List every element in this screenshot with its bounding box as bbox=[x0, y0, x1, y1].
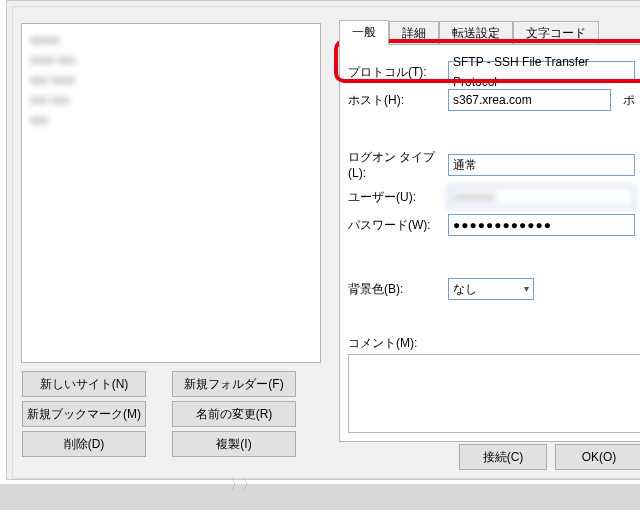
chevron-down-icon: ▾ bbox=[524, 279, 529, 299]
comment-textarea[interactable] bbox=[348, 354, 640, 433]
connect-button[interactable]: 接続(C) bbox=[459, 444, 547, 470]
protocol-row: プロトコル(T): SFTP - SSH File Transfer Proto… bbox=[348, 61, 635, 83]
password-label: パスワード(W): bbox=[348, 217, 442, 234]
user-label: ユーザー(U): bbox=[348, 189, 442, 206]
tab-transfer[interactable]: 転送設定 bbox=[439, 21, 513, 45]
tab-general[interactable]: 一般 bbox=[339, 20, 389, 45]
host-row: ホスト(H): s367.xrea.com ポ bbox=[348, 89, 635, 111]
user-row: ユーザー(U): xxxxxxx bbox=[348, 186, 635, 208]
dialog-bottom-bar: 接続(C) OK(O) bbox=[458, 442, 640, 472]
delete-button[interactable]: 削除(D) bbox=[22, 431, 146, 457]
port-label: ポ bbox=[623, 92, 635, 109]
protocol-select[interactable]: SFTP - SSH File Transfer Protocol bbox=[448, 61, 635, 83]
tab-general-body: プロトコル(T): SFTP - SSH File Transfer Proto… bbox=[339, 44, 640, 442]
password-row: パスワード(W): ●●●●●●●●●●●● bbox=[348, 214, 635, 236]
tab-charset[interactable]: 文字コード bbox=[513, 21, 599, 45]
dialog-window: xxxxxxxxx xxxxxx xxxxxxx xxxxxx 新しいサイト(N… bbox=[6, 0, 640, 480]
logon-type-label: ログオン タイプ(L): bbox=[348, 149, 442, 180]
logon-type-row: ログオン タイプ(L): 通常 bbox=[348, 149, 635, 180]
bgcolor-value: なし bbox=[453, 279, 477, 299]
password-input[interactable]: ●●●●●●●●●●●● bbox=[448, 214, 635, 236]
tab-strip: 一般 詳細 転送設定 文字コード bbox=[339, 21, 640, 45]
comment-label: コメント(M): bbox=[348, 335, 640, 352]
spacer bbox=[348, 242, 635, 272]
resize-grip-icon[interactable]: 〉〉 bbox=[230, 476, 244, 490]
duplicate-button[interactable]: 複製(I) bbox=[172, 431, 296, 457]
protocol-label: プロトコル(T): bbox=[348, 64, 442, 81]
site-list-items: xxxxxxxxx xxxxxx xxxxxxx xxxxxx bbox=[22, 24, 320, 136]
ok-button[interactable]: OK(O) bbox=[555, 444, 640, 470]
logon-type-select[interactable]: 通常 bbox=[448, 154, 635, 176]
user-input[interactable]: xxxxxxx bbox=[448, 186, 635, 208]
bgcolor-select[interactable]: なし ▾ bbox=[448, 278, 534, 300]
host-input[interactable]: s367.xrea.com bbox=[448, 89, 611, 111]
bgcolor-label: 背景色(B): bbox=[348, 281, 442, 298]
site-action-buttons: 新しいサイト(N)新規フォルダー(F) 新規ブックマーク(M)名前の変更(R) … bbox=[21, 369, 321, 459]
dialog-body: xxxxxxxxx xxxxxx xxxxxxx xxxxxx 新しいサイト(N… bbox=[12, 6, 640, 479]
bgcolor-row: 背景色(B): なし ▾ bbox=[348, 278, 635, 300]
new-site-button[interactable]: 新しいサイト(N) bbox=[22, 371, 146, 397]
new-bookmark-button[interactable]: 新規ブックマーク(M) bbox=[22, 401, 146, 427]
tab-advanced[interactable]: 詳細 bbox=[389, 21, 439, 45]
rename-button[interactable]: 名前の変更(R) bbox=[172, 401, 296, 427]
logon-type-value: 通常 bbox=[453, 155, 477, 175]
parent-window-bar bbox=[0, 484, 640, 510]
comment-area: コメント(M): bbox=[348, 335, 640, 433]
host-label: ホスト(H): bbox=[348, 92, 442, 109]
new-folder-button[interactable]: 新規フォルダー(F) bbox=[172, 371, 296, 397]
site-list[interactable]: xxxxxxxxx xxxxxx xxxxxxx xxxxxx bbox=[21, 23, 321, 363]
spacer bbox=[348, 117, 635, 143]
settings-tabs: 一般 詳細 転送設定 文字コード プロトコル(T): SFTP - SSH Fi… bbox=[339, 21, 640, 442]
protocol-value: SFTP - SSH File Transfer Protocol bbox=[453, 52, 630, 92]
